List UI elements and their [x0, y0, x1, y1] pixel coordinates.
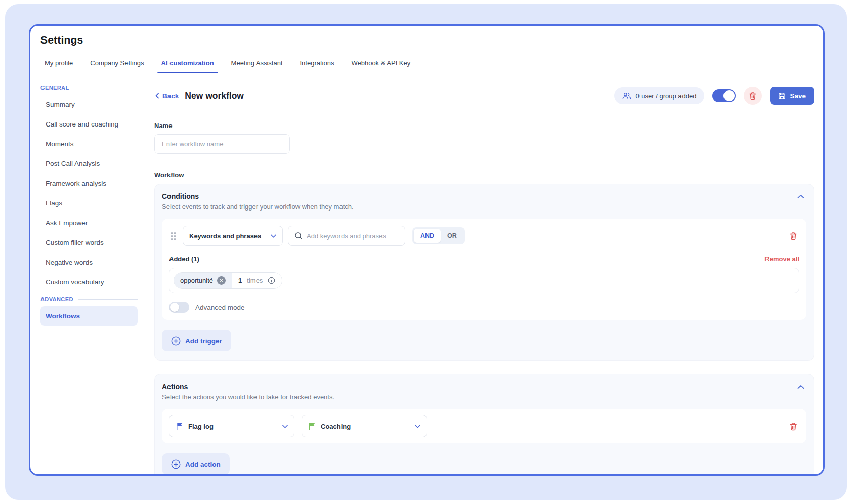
- drag-handle-icon[interactable]: [169, 229, 178, 243]
- trigger-row: Keywords and phrases: [169, 226, 799, 246]
- sidebar-item-flags[interactable]: Flags: [40, 193, 138, 213]
- save-label: Save: [790, 92, 806, 100]
- actions-section: Actions Select the actions you would lik…: [154, 374, 814, 476]
- advanced-mode-toggle[interactable]: [169, 302, 189, 313]
- conditions-head-text: Conditions Select events to track and tr…: [162, 192, 354, 211]
- sidebar-item-workflows[interactable]: Workflows: [40, 306, 138, 326]
- sidebar-item-custom-vocabulary[interactable]: Custom vocabulary: [40, 272, 138, 292]
- and-or-segmented-control: AND OR: [412, 227, 465, 244]
- sidebar-item-negative-words[interactable]: Negative words: [40, 253, 138, 272]
- workflow-enabled-toggle[interactable]: [712, 89, 736, 102]
- sidebar-item-framework-analysis[interactable]: Framework analysis: [40, 174, 138, 193]
- toggle-knob: [723, 90, 735, 101]
- flag-icon: [308, 422, 316, 430]
- action-type-value: Flag log: [188, 423, 214, 430]
- tab-meeting-assistant[interactable]: Meeting Assistant: [230, 56, 284, 73]
- header-actions: 0 user / group added: [614, 87, 814, 105]
- advanced-mode-label: Advanced mode: [195, 304, 245, 311]
- sidebar-group-advanced-label: ADVANCED: [40, 296, 73, 302]
- chevron-up-icon: [797, 385, 804, 389]
- conditions-title: Conditions: [162, 192, 354, 200]
- info-icon[interactable]: [268, 277, 275, 284]
- actions-head: Actions Select the actions you would lik…: [162, 383, 806, 401]
- tab-ai-customization[interactable]: AI customization: [160, 56, 215, 73]
- divider: [74, 88, 138, 88]
- chevron-up-icon: [797, 194, 804, 199]
- actions-title: Actions: [162, 383, 334, 391]
- sidebar-item-call-score-and-coaching[interactable]: Call score and coaching: [40, 114, 138, 134]
- sidebar-item-custom-filler-words[interactable]: Custom filler words: [40, 233, 138, 253]
- sidebar-group-general-label: GENERAL: [40, 85, 69, 91]
- search-icon: [294, 232, 303, 240]
- chevron-down-icon: [271, 234, 276, 238]
- page-background: Settings My profile Company Settings AI …: [5, 4, 847, 500]
- trigger-card: Keywords and phrases: [162, 219, 806, 320]
- add-trigger-button[interactable]: Add trigger: [162, 330, 231, 351]
- times-label: times: [247, 277, 263, 284]
- keyword-search-input[interactable]: [307, 232, 399, 240]
- sidebar-item-summary[interactable]: Summary: [40, 95, 138, 114]
- action-row: Flag log Coaching: [162, 409, 806, 443]
- users-icon: [622, 92, 631, 100]
- action-target-select[interactable]: Coaching: [302, 415, 427, 437]
- plus-circle-icon: [171, 459, 181, 469]
- workflow-label: Workflow: [154, 171, 814, 179]
- keyword-text: opportunité: [180, 277, 213, 284]
- add-action-label: Add action: [185, 460, 221, 468]
- sidebar-group-advanced: ADVANCED: [40, 296, 138, 302]
- tab-company-settings[interactable]: Company Settings: [89, 56, 145, 73]
- save-icon: [778, 92, 786, 100]
- remove-trigger-button[interactable]: [787, 230, 799, 242]
- keyword-chip: opportunité ✕ 1 times: [174, 272, 282, 289]
- back-button[interactable]: Back: [154, 92, 179, 100]
- settings-sidebar: GENERAL Summary Call score and coaching …: [30, 73, 145, 476]
- keywords-container: opportunité ✕ 1 times: [169, 268, 799, 293]
- added-count-label: Added (1): [169, 255, 199, 263]
- trash-icon: [749, 92, 757, 100]
- conditions-collapse-button[interactable]: [795, 192, 806, 201]
- page-title: Settings: [30, 26, 823, 46]
- tab-integrations[interactable]: Integrations: [299, 56, 335, 73]
- settings-window: Settings My profile Company Settings AI …: [29, 24, 825, 476]
- sidebar-item-moments[interactable]: Moments: [40, 134, 138, 154]
- conditions-section: Conditions Select events to track and tr…: [154, 184, 814, 361]
- keyword-chip-times-area: 1 times: [232, 273, 282, 288]
- add-action-button[interactable]: Add action: [162, 453, 230, 475]
- remove-action-button[interactable]: [787, 420, 799, 433]
- trigger-type-select[interactable]: Keywords and phrases: [183, 226, 283, 246]
- workflow-name-input[interactable]: [154, 134, 290, 154]
- and-option[interactable]: AND: [414, 229, 441, 243]
- times-count-value[interactable]: 1: [238, 277, 242, 284]
- action-type-select[interactable]: Flag log: [169, 415, 294, 437]
- name-label: Name: [154, 122, 814, 130]
- flag-icon: [176, 422, 183, 430]
- conditions-head: Conditions Select events to track and tr…: [162, 192, 806, 211]
- save-button[interactable]: Save: [770, 87, 814, 105]
- add-trigger-label: Add trigger: [185, 337, 222, 345]
- chevron-left-icon: [154, 93, 160, 99]
- remove-keyword-icon[interactable]: ✕: [217, 276, 226, 285]
- tab-webhook-api-key[interactable]: Webhook & API Key: [350, 56, 411, 73]
- user-group-badge-label: 0 user / group added: [635, 92, 696, 100]
- divider: [78, 299, 138, 300]
- tab-my-profile[interactable]: My profile: [44, 56, 74, 73]
- plus-circle-icon: [171, 336, 181, 346]
- workflow-title: New workflow: [185, 91, 244, 101]
- trigger-type-value: Keywords and phrases: [189, 232, 261, 240]
- action-target-value: Coaching: [321, 423, 351, 430]
- workflow-editor: Back New workflow 0 user / group added: [145, 73, 823, 476]
- conditions-subtitle: Select events to track and trigger your …: [162, 203, 354, 211]
- actions-subtitle: Select the actions you would like to tak…: [162, 393, 334, 401]
- trash-icon: [789, 422, 797, 431]
- workflow-header: Back New workflow 0 user / group added: [154, 87, 814, 105]
- delete-workflow-button[interactable]: [744, 87, 762, 105]
- sidebar-item-ask-empower[interactable]: Ask Empower: [40, 213, 138, 233]
- remove-all-link[interactable]: Remove all: [764, 255, 799, 263]
- sidebar-item-post-call-analysis[interactable]: Post Call Analysis: [40, 154, 138, 174]
- user-group-badge[interactable]: 0 user / group added: [614, 87, 704, 104]
- actions-collapse-button[interactable]: [795, 383, 806, 391]
- or-option[interactable]: OR: [441, 229, 463, 243]
- trash-icon: [789, 232, 797, 240]
- chevron-down-icon: [415, 425, 420, 428]
- advanced-mode-row: Advanced mode: [169, 302, 799, 313]
